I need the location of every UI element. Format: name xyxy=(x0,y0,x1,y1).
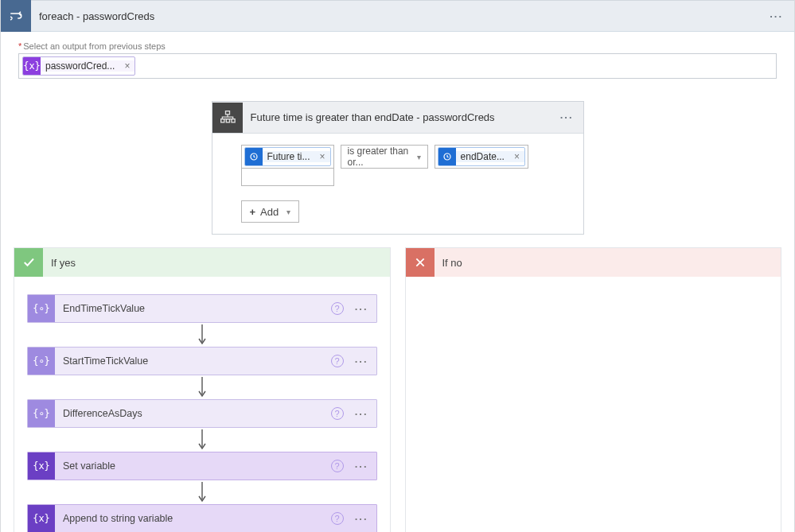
help-icon[interactable]: ? xyxy=(331,407,344,420)
time-icon xyxy=(245,148,263,165)
operator-label: is greater than or... xyxy=(348,146,417,168)
output-label: Select an output from previous steps xyxy=(18,41,794,51)
action-title: EndTimeTickValue xyxy=(63,303,145,314)
svg-rect-0 xyxy=(225,111,229,114)
action-step[interactable]: {∘}DifferenceAsDays?··· xyxy=(27,399,377,428)
token-remove-button[interactable]: × xyxy=(119,60,134,72)
action-step[interactable]: {∘}StartTimeTickValue?··· xyxy=(27,347,377,375)
action-icon: {∘} xyxy=(28,295,55,322)
if-yes-branch: If yes {∘}EndTimeTickValue?···{∘}StartTi… xyxy=(14,247,391,532)
arrow-down-icon xyxy=(194,480,210,504)
condition-operator-select[interactable]: is greater than or... ▾ xyxy=(341,145,428,169)
action-menu-button[interactable]: ··· xyxy=(355,513,368,525)
arrow-down-icon xyxy=(194,375,210,399)
action-title: Set variable xyxy=(63,460,115,472)
action-icon: {x} xyxy=(28,452,55,480)
condition-title: Future time is greater than endDate - pa… xyxy=(251,111,495,123)
condition-body: Future ti... × is greater than or... ▾ xyxy=(212,134,583,234)
condition-card: Future time is greater than endDate - pa… xyxy=(212,101,584,235)
action-menu-button[interactable]: ··· xyxy=(355,408,368,420)
close-icon xyxy=(406,248,435,277)
output-input[interactable]: {x} passwordCred... × xyxy=(18,53,777,79)
action-title: DifferenceAsDays xyxy=(63,408,142,419)
action-step[interactable]: {x}Set variable?··· xyxy=(27,452,377,480)
foreach-menu-button[interactable]: ··· xyxy=(770,10,783,22)
foreach-header[interactable]: foreach - passwordCreds ··· xyxy=(1,0,794,32)
action-icon: {x} xyxy=(28,505,55,532)
variable-icon: {x} xyxy=(23,57,41,75)
token-remove-button[interactable]: × xyxy=(509,151,524,162)
token-label: Future ti... xyxy=(263,151,315,162)
action-menu-button[interactable]: ··· xyxy=(355,355,368,367)
if-no-branch: If no xyxy=(405,247,782,532)
token-future-time[interactable]: Future ti... × xyxy=(244,147,331,166)
svg-rect-3 xyxy=(232,118,235,122)
chevron-down-icon: ▾ xyxy=(417,153,421,161)
arrow-down-icon xyxy=(194,428,210,452)
condition-left-empty[interactable] xyxy=(241,169,334,186)
condition-right-value[interactable]: endDate... × xyxy=(435,145,528,169)
yes-steps-list: {∘}EndTimeTickValue?···{∘}StartTimeTickV… xyxy=(14,277,390,532)
action-step[interactable]: {∘}EndTimeTickValue?··· xyxy=(27,294,377,323)
help-icon[interactable]: ? xyxy=(331,460,344,472)
condition-header[interactable]: Future time is greater than endDate - pa… xyxy=(212,102,583,134)
add-label: Add xyxy=(260,206,279,218)
help-icon[interactable]: ? xyxy=(331,302,344,315)
foreach-title: foreach - passwordCreds xyxy=(39,10,154,22)
help-icon[interactable]: ? xyxy=(331,355,344,367)
plus-icon: + xyxy=(250,206,256,218)
help-icon[interactable]: ? xyxy=(331,512,344,525)
foreach-icon xyxy=(1,0,31,32)
if-yes-header[interactable]: If yes xyxy=(14,248,390,277)
token-remove-button[interactable]: × xyxy=(315,151,330,162)
action-title: StartTimeTickValue xyxy=(63,355,148,367)
action-icon: {∘} xyxy=(28,400,55,427)
arrow-down-icon xyxy=(194,323,210,347)
action-menu-button[interactable]: ··· xyxy=(355,303,368,315)
foreach-container: foreach - passwordCreds ··· Select an ou… xyxy=(0,0,795,532)
svg-rect-2 xyxy=(226,118,229,122)
time-icon xyxy=(438,148,456,165)
add-condition-button[interactable]: + Add ▾ xyxy=(241,200,300,223)
if-no-header[interactable]: If no xyxy=(406,248,781,277)
token-label: passwordCred... xyxy=(41,60,119,72)
action-menu-button[interactable]: ··· xyxy=(355,460,368,472)
chevron-down-icon: ▾ xyxy=(286,208,290,216)
svg-rect-1 xyxy=(220,118,224,122)
if-yes-label: If yes xyxy=(51,257,76,269)
token-label: endDate... xyxy=(456,151,509,162)
if-no-label: If no xyxy=(442,257,462,269)
action-title: Append to string variable xyxy=(63,513,173,524)
action-step[interactable]: {x}Append to string variable?··· xyxy=(27,504,377,532)
token-passwordcred[interactable]: {x} passwordCred... × xyxy=(22,56,135,76)
condition-left-value[interactable]: Future ti... × xyxy=(241,145,334,169)
condition-menu-button[interactable]: ··· xyxy=(560,111,574,123)
check-icon xyxy=(14,248,43,277)
condition-icon xyxy=(212,103,243,133)
token-enddate[interactable]: endDate... × xyxy=(438,147,525,166)
action-icon: {∘} xyxy=(28,348,55,375)
